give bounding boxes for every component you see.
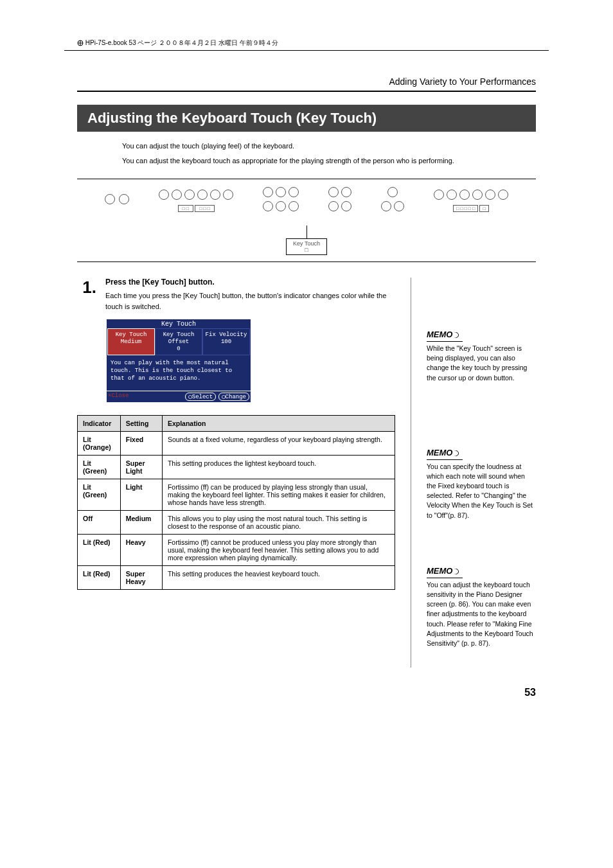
memo-label: MEMO <box>427 565 463 578</box>
memo-text: While the "Key Touch" screen is being di… <box>427 344 527 382</box>
table-row: Lit (Red) Heavy Fortissimo (ff) cannot b… <box>78 535 395 566</box>
column-divider <box>411 278 411 668</box>
running-header: HPi-7S-e.book 53 ページ ２００８年４月２日 水曜日 午前９時４… <box>77 39 562 48</box>
page: HPi-7S-e.book 53 ページ ２００８年４月２日 水曜日 午前９時４… <box>0 0 613 724</box>
header-rule <box>64 50 549 51</box>
lcd-change: ◯Change <box>218 393 249 401</box>
running-header-text: HPi-7S-e.book 53 ページ ２００８年４月２日 水曜日 午前９時４… <box>85 39 278 46</box>
th-setting: Setting <box>120 416 162 432</box>
page-number: 53 <box>51 687 536 698</box>
table-row: Lit (Green) Light Fortissimo (ff) can be… <box>78 479 395 511</box>
intro-line-1: You can adjust the touch (playing feel) … <box>122 141 536 152</box>
lcd-close: ×Close <box>108 393 185 401</box>
lcd-screenshot: Key Touch Key TouchMedium Key Touch Offs… <box>107 319 251 402</box>
lcd-message: You can play with the most natural touch… <box>107 356 251 391</box>
lcd-title: Key Touch <box>107 320 250 328</box>
table-row: Lit (Red) Super Heavy This setting produ… <box>78 566 395 590</box>
chapter-rule <box>77 91 536 92</box>
side-column: MEMO While the "Key Touch" screen is bei… <box>427 278 536 668</box>
memo-text: You can specify the loudness at which ea… <box>427 463 533 519</box>
memo-3: MEMO You can adjust the keyboard touch s… <box>427 565 536 648</box>
table-row: Lit (Orange) Fixed Sounds at a fixed vol… <box>78 432 395 456</box>
table-row: Off Medium This allows you to play using… <box>78 511 395 535</box>
th-explanation: Explanation <box>162 416 395 432</box>
memo-text: You can adjust the keyboard touch sensit… <box>427 581 533 647</box>
memo-1: MEMO While the "Key Touch" screen is bei… <box>427 329 536 383</box>
lcd-cell-fixvel: Fix Velocity100 <box>202 328 250 355</box>
table-row: Lit (Green) Super Light This setting pro… <box>78 456 395 479</box>
step-number: 1. <box>77 278 96 312</box>
callout-label: Key Touch <box>293 240 320 247</box>
step-title: Press the [Key Touch] button. <box>105 278 395 287</box>
step-1: 1. Press the [Key Touch] button. Each ti… <box>77 278 395 312</box>
step-text: Each time you press the [Key Touch] butt… <box>105 290 395 312</box>
lcd-cell-keytouch: Key TouchMedium <box>107 328 155 355</box>
lcd-cell-offset: Key Touch Offset0 <box>155 328 202 355</box>
settings-table: Indicator Setting Explanation Lit (Orang… <box>77 415 395 590</box>
callout-key-touch: Key Touch□ <box>286 238 327 255</box>
panel-diagram: □ □ □ □ □ □ □ □ □ □ □ Key Touch□ <box>77 179 536 262</box>
chapter-heading: Adding Variety to Your Performances <box>77 76 536 87</box>
main-column: 1. Press the [Key Touch] button. Each ti… <box>77 278 395 668</box>
th-indicator: Indicator <box>78 416 121 432</box>
memo-label: MEMO <box>427 329 463 342</box>
intro-line-2: You can adjust the keyboard touch as app… <box>122 155 536 166</box>
lcd-select: ◯Select <box>185 393 216 401</box>
section-title: Adjusting the Keyboard Touch (Key Touch) <box>77 105 536 132</box>
memo-2: MEMO You can specify the loudness at whi… <box>427 447 536 520</box>
memo-label: MEMO <box>427 447 463 460</box>
